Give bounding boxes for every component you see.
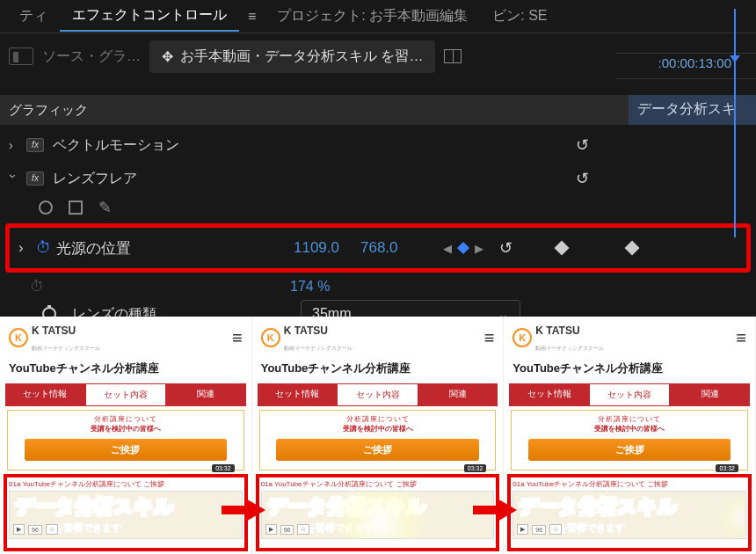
- layout-toggle-icon[interactable]: [444, 49, 462, 63]
- reset-icon[interactable]: ↺: [576, 169, 589, 188]
- pen-mask-icon[interactable]: ✎: [98, 198, 112, 217]
- light-pos-x-value[interactable]: 1109.0: [294, 239, 339, 257]
- prop-brightness-partial: ⏱ 174 %: [0, 276, 756, 297]
- overlay-headline: データ分析スキル: [15, 493, 174, 520]
- hamburger-icon[interactable]: ≡: [736, 328, 746, 348]
- chevron-right-icon[interactable]: ›: [9, 138, 18, 152]
- reset-icon[interactable]: ↺: [576, 135, 589, 155]
- fx-badge-icon[interactable]: fx: [26, 138, 44, 152]
- tab-bin[interactable]: ビン: SE: [480, 2, 559, 31]
- panel-tab-bar: ティ エフェクトコントロール ≡ プロジェクト: お手本動画編集 ビン: SE: [0, 0, 756, 33]
- arrow-connector: [473, 506, 498, 514]
- preview-thumb-1: K K TATSU動画マーケティングスクール ≡ YouTubeチャンネル分析講…: [0, 317, 252, 554]
- mask-shape-row: ✎: [0, 195, 756, 220]
- chevron-right-icon[interactable]: ›: [18, 239, 31, 257]
- keyframe-diamond-icon[interactable]: [625, 241, 640, 256]
- arrow-right-icon: [244, 498, 265, 522]
- course-title: YouTubeチャンネル分析講座: [0, 357, 251, 380]
- clip-chip-label: お手本動画・データ分析スキル を習…: [180, 47, 423, 66]
- timeline-clip-label[interactable]: データ分析スキ: [629, 95, 756, 125]
- greeting-button[interactable]: ご挨拶: [25, 439, 227, 461]
- rect-mask-icon[interactable]: [69, 200, 83, 215]
- effect-vector-motion[interactable]: › fx ベクトルモーション ↺: [0, 128, 756, 162]
- tab-set-contents[interactable]: セット内容: [85, 383, 167, 406]
- effect-label: レンズフレア: [53, 170, 316, 188]
- highlight-box: 01a YouTubeチャンネル分析講座について ご挨拶 データ分析スキル を習…: [4, 474, 248, 551]
- playhead-line: [734, 9, 736, 237]
- stopwatch-icon[interactable]: ⏱: [36, 239, 51, 257]
- thumbnail-strip: K K TATSU動画マーケティングスクール ≡ YouTubeチャンネル分析講…: [0, 317, 756, 554]
- clip-chip[interactable]: ✥ お手本動画・データ分析スキル を習…: [149, 40, 435, 73]
- timecode-label: :00:00:13:00: [658, 55, 731, 70]
- arrow-connector: [222, 506, 246, 514]
- hamburger-icon[interactable]: ≡: [484, 328, 495, 348]
- add-keyframe-icon[interactable]: [457, 242, 469, 254]
- lens-flare-overlay: [710, 496, 746, 539]
- chevron-down-icon[interactable]: ›: [6, 174, 20, 183]
- light-pos-y-value[interactable]: 768.0: [360, 239, 398, 257]
- prop-label: 光源の位置: [56, 238, 294, 259]
- logo-mark-icon: K: [9, 328, 28, 347]
- keyframe-nav: ◀ ▶: [443, 242, 483, 255]
- highlight-box: › ⏱ 光源の位置 1109.0 768.0 ◀ ▶ ↺: [5, 223, 751, 273]
- effect-lens-flare[interactable]: › fx レンズフレア ↺: [0, 162, 756, 195]
- ellipse-mask-icon[interactable]: [39, 200, 53, 215]
- category-title: グラフィック: [9, 102, 88, 119]
- logo: K K TATSU動画マーケティングスクール: [9, 322, 100, 354]
- overlay-subline: を習得できます: [54, 521, 121, 535]
- course-tabs: セット情報 セット内容 関連: [5, 383, 246, 406]
- prev-keyframe-icon[interactable]: ◀: [443, 242, 452, 255]
- brightness-value[interactable]: 174 %: [290, 279, 330, 295]
- tab-fragment: ティ: [7, 2, 60, 31]
- preview-thumb-2: KK TATSU動画マーケティングスクール ≡ YouTubeチャンネル分析講座…: [252, 317, 505, 554]
- master-clip-icon[interactable]: [9, 47, 33, 65]
- course-banner-card: 分析講座について 受講を検討中の皆様へ ご挨拶 03:32: [7, 410, 244, 470]
- tab-set-info[interactable]: セット情報: [5, 383, 85, 406]
- preview-thumb-3: KK TATSU動画マーケティングスクール ≡ YouTubeチャンネル分析講座…: [504, 317, 756, 554]
- source-name-text: ソース・グラ…: [42, 47, 141, 66]
- reset-icon[interactable]: ↺: [499, 238, 512, 258]
- keyframe-diamond-icon[interactable]: [555, 241, 570, 256]
- duration-badge: 03:32: [212, 464, 235, 472]
- fx-badge-icon[interactable]: fx: [26, 171, 44, 186]
- panel-menu-icon[interactable]: ≡: [239, 9, 265, 25]
- tab-project[interactable]: プロジェクト: お手本動画編集: [265, 2, 480, 31]
- tab-effect-controls[interactable]: エフェクトコントロール: [60, 1, 239, 32]
- next-keyframe-icon[interactable]: ▶: [475, 242, 483, 255]
- effect-label: ベクトルモーション: [53, 136, 316, 155]
- tab-related[interactable]: 関連: [166, 383, 246, 406]
- arrow-right-icon: [496, 498, 517, 522]
- hamburger-icon[interactable]: ≡: [232, 328, 243, 348]
- video-item-title: 01a YouTubeチャンネル分析講座について ご挨拶: [9, 477, 243, 491]
- pin-icon: ✥: [162, 48, 173, 65]
- video-overlay: データ分析スキル を習得できます ▶96☆: [9, 491, 243, 539]
- prop-light-position[interactable]: › ⏱ 光源の位置 1109.0 768.0 ◀ ▶ ↺: [10, 228, 746, 268]
